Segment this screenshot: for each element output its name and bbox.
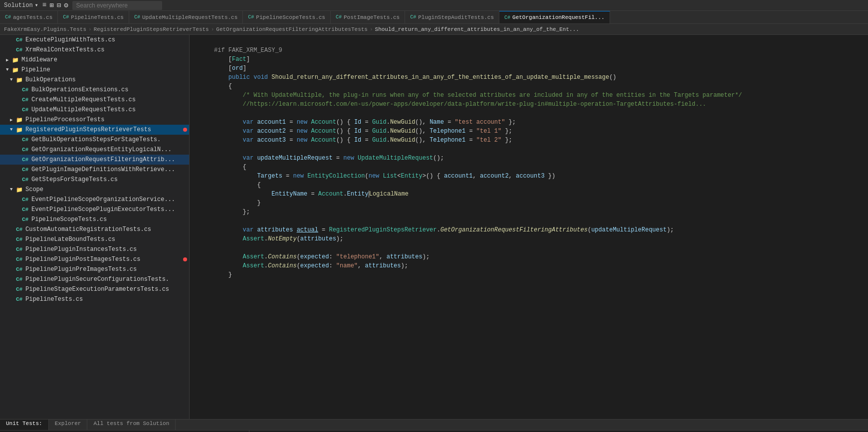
- cs-file-icon: C#: [22, 87, 30, 93]
- cs-file-icon: C#: [22, 197, 30, 203]
- tree-item-pipelineSecure[interactable]: C# PipelinePluginSecureConfigurationsTes…: [0, 274, 189, 284]
- tree-item-registeredPlugin[interactable]: ▼ 📁 RegisteredPluginStepsRetrieverTests: [0, 125, 189, 135]
- solution-dropdown-icon[interactable]: ▾: [35, 1, 38, 9]
- tree-item-updateMultiple[interactable]: C# UpdateMultipleRequestTests.cs: [0, 105, 189, 115]
- tree-label: PipelinePluginPreImagesTests.cs: [25, 266, 137, 273]
- cs-icon: C#: [410, 14, 416, 20]
- toolbar-icon-3[interactable]: ⊟: [57, 1, 61, 9]
- line-number: [190, 136, 212, 145]
- code-line: public void Should_return_any_different_…: [190, 73, 868, 82]
- tree-item-pipelineProcessor[interactable]: ▶ 📁 PipelineProcessorTests: [0, 115, 189, 125]
- cs-file-icon: C#: [22, 137, 30, 143]
- code-line: var account1 = new Account() { Id = Guid…: [190, 118, 868, 127]
- tab-label: UpdateMultipleRequestTests.cs: [142, 14, 237, 20]
- tab-label: PipelineScopeTests.cs: [256, 14, 325, 20]
- cs-icon: C#: [248, 14, 254, 20]
- line-number: [190, 127, 212, 136]
- solution-label[interactable]: Solution ▾: [4, 1, 38, 9]
- cs-file-icon: C#: [22, 107, 30, 113]
- line-number: [190, 270, 212, 279]
- bottom-tab-explorer[interactable]: Explorer: [49, 420, 88, 430]
- breadcrumb-item-4[interactable]: Should_return_any_different_attributes_i…: [375, 26, 579, 32]
- tab-pipelineScope[interactable]: C# PipelineScopeTests.cs: [243, 11, 331, 23]
- line-number: [190, 190, 212, 199]
- code-editor[interactable]: #if FAKE_XRM_EASY_9 [Fact] [ord] public …: [190, 35, 868, 419]
- tree-item-bulkOps[interactable]: ▼ 📁 BulkOperations: [0, 75, 189, 85]
- tree-label: ExecutePluginWithTests.cs: [25, 36, 115, 43]
- line-number: [190, 154, 212, 163]
- tree-item-bulkOpExt[interactable]: C# BulkOperationsExtensions.cs: [0, 85, 189, 95]
- tree-item-scope[interactable]: ▼ 📁 Scope: [0, 185, 189, 195]
- tree-item-getOrgReqEntity[interactable]: C# GetOrganizationRequestEntityLogicalN.…: [0, 145, 189, 155]
- cs-icon: C#: [5, 14, 11, 20]
- tree-item-pipelinePluginPre[interactable]: C# PipelinePluginPreImagesTests.cs: [0, 264, 189, 274]
- tab-pluginStepAudit[interactable]: C# PluginStepAuditTests.cs: [405, 11, 499, 23]
- code-line: Assert.Contains(expected: "telephone1", …: [190, 252, 868, 261]
- tree-label: EventPipelineScopeOrganizationService...: [31, 196, 175, 203]
- line-content: var account1 = new Account() { Id = Guid…: [212, 118, 868, 127]
- tree-item-pipeline[interactable]: ▼ 📁 Pipeline: [0, 65, 189, 75]
- tree-item-getOrgReqFilter[interactable]: C# GetOrganizationRequestFilteringAttrib…: [0, 155, 189, 165]
- tab-pipelineTests[interactable]: C# PipelineTests.cs: [58, 11, 129, 23]
- line-content: [212, 243, 868, 252]
- code-line: [190, 216, 868, 225]
- tree-item-xrmReal[interactable]: C# XrmRealContextTests.cs: [0, 45, 189, 55]
- line-content: [212, 109, 868, 118]
- bottom-tab-all-tests[interactable]: All tests from Solution: [87, 420, 176, 430]
- cs-file-icon: C#: [16, 296, 24, 302]
- toolbar-icon-1[interactable]: ≡: [42, 1, 46, 9]
- line-content: Assert.Contains(expected: "telephone1", …: [212, 252, 868, 261]
- tree-item-pipelineScopeTests[interactable]: C# PipelineScopeTests.cs: [0, 215, 189, 224]
- tree-item-eventScope2[interactable]: C# EventPipelineScopePluginExecutorTests…: [0, 205, 189, 215]
- tree-item-getBulkOpSteps[interactable]: C# GetBulkOperationsStepsForStageTests.: [0, 135, 189, 145]
- line-content: var account2 = new Account() { Id = Guid…: [212, 127, 868, 136]
- tree-item-createMultiple[interactable]: C# CreateMultipleRequestTests.cs: [0, 95, 189, 105]
- tab-updateMultiple[interactable]: C# UpdateMultipleRequestTests.cs: [129, 11, 243, 23]
- tree-item-getPluginImageDefs[interactable]: C# GetPluginImageDefinitionsWithRetrieve…: [0, 165, 189, 175]
- line-content: var updateMultipleRequest = new UpdateMu…: [212, 154, 868, 163]
- bottom-tabs: Unit Tests: Explorer All tests from Solu…: [0, 420, 868, 431]
- tree-item-pipelinePluginInst[interactable]: C# PipelinePluginInstancesTests.cs: [0, 244, 189, 254]
- tab-agesTests[interactable]: C# agesTests.cs: [0, 11, 58, 23]
- tree-item-pipelinePluginPost[interactable]: C# PipelinePluginPostImagesTests.cs: [0, 254, 189, 264]
- line-number: [190, 261, 212, 270]
- toolbar-icon-2[interactable]: ⊞: [49, 1, 53, 9]
- bottom-tab-label: All tests from Solution: [93, 421, 169, 427]
- tree-item-pipelineTestsFile[interactable]: C# PipelineTests.cs: [0, 294, 189, 304]
- tab-label: PluginStepAuditTests.cs: [418, 14, 494, 20]
- line-content: {: [212, 181, 868, 190]
- tree-item-pipelineStage[interactable]: C# PipelineStageExecutionParametersTests…: [0, 284, 189, 294]
- tab-postImage[interactable]: C# PostImageTests.cs: [331, 11, 405, 23]
- code-line: Assert.NotEmpty(attributes);: [190, 234, 868, 243]
- tree-label: GetOrganizationRequestEntityLogicalN...: [31, 146, 172, 153]
- search-input[interactable]: [72, 1, 162, 10]
- code-line: [190, 37, 868, 46]
- main-layout: C# ExecutePluginWithTests.cs C# XrmRealC…: [0, 35, 868, 419]
- cs-file-icon: C#: [22, 177, 30, 183]
- toolbar-icon-4[interactable]: ⚙: [64, 1, 68, 9]
- line-content: var attributes actual = RegisteredPlugin…: [212, 225, 868, 234]
- cs-file-icon: C#: [16, 246, 24, 252]
- tree-item-getStepsForStage[interactable]: C# GetStepsForStageTests.cs: [0, 175, 189, 185]
- tree-item-eventScope1[interactable]: C# EventPipelineScopeOrganizationService…: [0, 195, 189, 205]
- breadcrumb-item-3[interactable]: GetOrganizationRequestFilteringAttribute…: [216, 26, 368, 32]
- tree-label: BulkOperations: [25, 76, 76, 83]
- tree-item-customAutoReg[interactable]: C# CustomAutomaticRegistrationTests.cs: [0, 224, 189, 234]
- tree-item-middleware[interactable]: ▶ 📁 Middleware: [0, 55, 189, 65]
- top-toolbar: ≡ ⊞ ⊟ ⚙: [42, 1, 68, 9]
- breadcrumb-item-2[interactable]: RegisteredPluginStepsRetrieverTests: [94, 26, 209, 32]
- line-content: [212, 145, 868, 154]
- cs-file-icon: C#: [16, 236, 24, 242]
- tree-item-executePlugin[interactable]: C# ExecutePluginWithTests.cs: [0, 35, 189, 45]
- tab-getOrg[interactable]: C# GetOrganizationRequestFil...: [499, 11, 610, 23]
- code-line: }: [190, 270, 868, 279]
- tree-item-pipelineLateBound[interactable]: C# PipelineLateBoundTests.cs: [0, 234, 189, 244]
- line-number: [190, 243, 212, 252]
- bottom-tab-unit-tests[interactable]: Unit Tests:: [0, 420, 49, 430]
- code-line: #if FAKE_XRM_EASY_9: [190, 46, 868, 55]
- breadcrumb-item-1[interactable]: FakeXrmEasy.Plugins.Tests: [4, 26, 86, 32]
- cs-file-icon: C#: [22, 157, 30, 163]
- tree-label: RegisteredPluginStepsRetrieverTests: [25, 126, 151, 133]
- breadcrumb-sep-2: ›: [211, 26, 215, 32]
- line-number: [190, 118, 212, 127]
